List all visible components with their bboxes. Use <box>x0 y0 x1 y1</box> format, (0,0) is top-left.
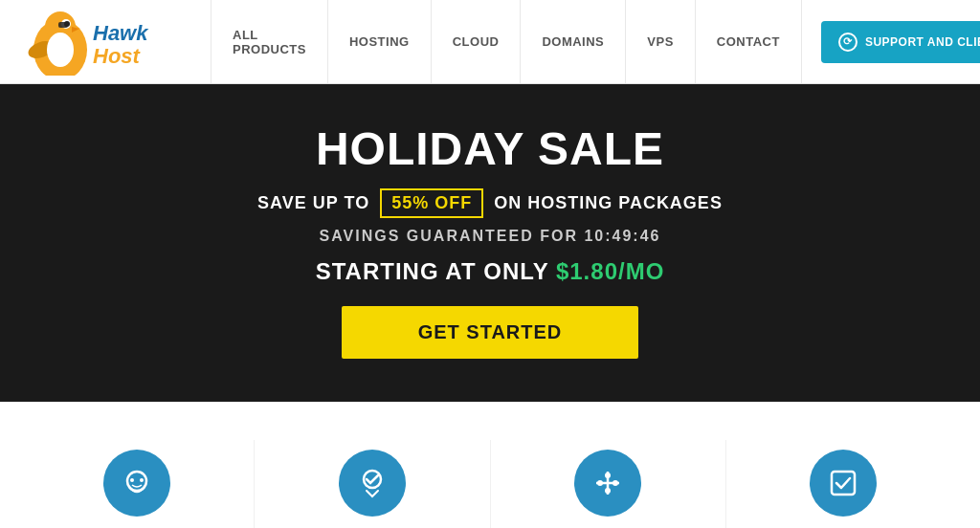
nav-all-products[interactable]: ALL PRODUCTS <box>211 0 327 83</box>
price-pre: STARTING AT ONLY <box>316 258 549 284</box>
nav-hosting[interactable]: HOSTING <box>327 0 431 83</box>
svg-point-6 <box>47 33 74 67</box>
price-value: $1.80/mo <box>556 258 664 284</box>
svg-point-17 <box>605 488 611 494</box>
savings-timer: SAVINGS GUARANTEED FOR 10:49:46 <box>19 228 961 245</box>
svg-point-11 <box>130 478 134 482</box>
support-button[interactable]: ⟳ SUPPORT AND CLIENT AREA <box>821 21 980 63</box>
svg-rect-20 <box>832 472 855 495</box>
nav-contact[interactable]: CONTACT <box>695 0 802 83</box>
discount-badge: 55% OFF <box>380 188 483 218</box>
svg-text:Host: Host <box>93 44 142 68</box>
hero-title: HOLIDAY SALE <box>19 122 961 175</box>
main-nav: ALL PRODUCTS HOSTING CLOUD DOMAINS VPS C… <box>211 0 802 83</box>
nav-domains[interactable]: DOMAINS <box>520 0 625 83</box>
svg-point-16 <box>605 473 611 478</box>
subtitle-post: ON HOSTING PACKAGES <box>494 193 723 212</box>
svg-text:Hawk: Hawk <box>93 21 149 45</box>
support-icon: ⟳ <box>838 33 858 52</box>
hero-section: HOLIDAY SALE SAVE UP TO 55% OFF ON HOSTI… <box>0 84 980 402</box>
feature-cpanel-icon <box>574 450 641 517</box>
feature-guarantee: Money Back Guarantee If you're not 100% … <box>255 440 490 528</box>
feature-guarantee-icon <box>339 450 406 517</box>
support-button-label: SUPPORT AND CLIENT AREA <box>865 35 980 49</box>
feature-freebies: Loaded With Freebies Get free SSL certif… <box>726 440 961 528</box>
feature-freebies-icon <box>810 450 877 517</box>
features-section: 24/7/365 Support Our support staff is av… <box>0 402 980 528</box>
cta-button[interactable]: GET STARTED <box>342 306 639 359</box>
svg-point-12 <box>140 478 144 482</box>
hero-subtitle: SAVE UP TO 55% OFF ON HOSTING PACKAGES <box>19 188 961 218</box>
logo-svg: Hawk Host <box>19 9 182 76</box>
nav-vps[interactable]: VPS <box>625 0 695 83</box>
logo[interactable]: Hawk Host <box>19 9 211 76</box>
svg-point-18 <box>597 480 603 486</box>
feature-cpanel: Robust Control Panel Control all aspects… <box>491 440 726 528</box>
subtitle-pre: SAVE UP TO <box>257 193 369 212</box>
timer-value: 10:49:46 <box>584 228 660 244</box>
nav-cloud[interactable]: CLOUD <box>431 0 521 83</box>
feature-support: 24/7/365 Support Our support staff is av… <box>19 440 255 528</box>
timer-label: SAVINGS GUARANTEED FOR <box>320 228 578 244</box>
price-line: STARTING AT ONLY $1.80/mo <box>19 258 961 285</box>
feature-support-icon <box>103 450 170 517</box>
svg-rect-7 <box>58 22 68 28</box>
svg-point-19 <box>612 480 618 486</box>
